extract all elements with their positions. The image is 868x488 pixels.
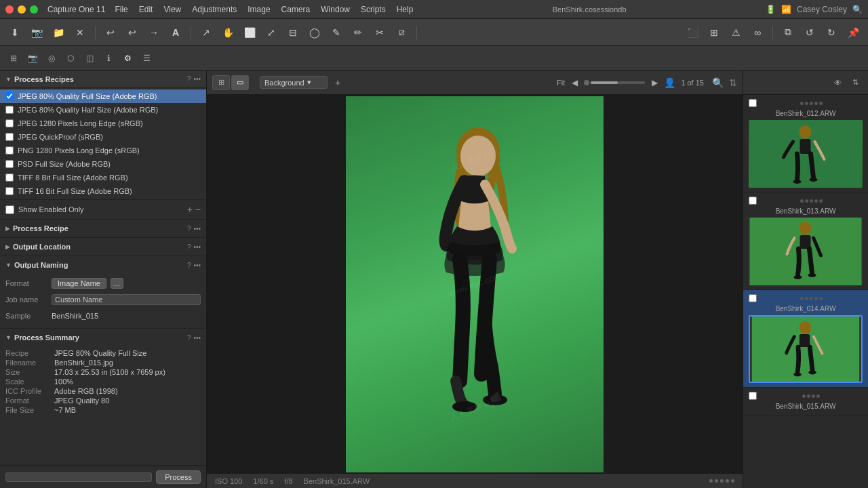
ps-menu-icon[interactable]: •••	[193, 334, 201, 342]
menu-camera[interactable]: Camera	[281, 5, 311, 14]
forward-button[interactable]: →	[144, 23, 163, 42]
recipe-checkbox-5[interactable]	[5, 160, 14, 168]
film-checkbox-3[interactable]	[749, 392, 757, 400]
cursor-tool[interactable]: ↗	[197, 23, 216, 42]
film-item-3[interactable]: BenShirk_015.ARW	[743, 388, 868, 416]
format-pill[interactable]: Image Name	[52, 278, 106, 289]
single-view-btn[interactable]: ▭	[231, 75, 249, 90]
recipe-checkbox-2[interactable]	[5, 119, 14, 127]
recipes-help-icon[interactable]: ?	[187, 75, 191, 83]
grid-btn[interactable]: ⊞	[705, 23, 724, 42]
histogram-icon[interactable]: ◫	[81, 50, 98, 66]
layers-icon[interactable]: ⬡	[62, 50, 79, 66]
fullscreen-button[interactable]	[30, 5, 38, 14]
output-location-header[interactable]: ▶ Output Location ? •••	[0, 238, 206, 256]
recipe-item-5[interactable]: PSD Full Size (Adobe RGB)	[0, 157, 206, 171]
meta-icon[interactable]: ☰	[138, 50, 155, 66]
pin-btn[interactable]: 📌	[844, 23, 863, 42]
recipe-checkbox-4[interactable]	[5, 146, 14, 155]
remove-recipe-icon[interactable]: −	[195, 204, 201, 215]
zoom-track[interactable]	[591, 81, 645, 84]
menu-help[interactable]: Help	[397, 5, 414, 14]
ps-help-icon[interactable]: ?	[187, 334, 191, 342]
info-icon[interactable]: ℹ	[100, 50, 117, 66]
open-button[interactable]: 📁	[49, 23, 68, 42]
menu-edit[interactable]: Edit	[139, 5, 153, 14]
film-item-0[interactable]: BenShirk_012.ARW	[743, 95, 868, 192]
adjustments-btn[interactable]: ⬛	[683, 23, 702, 42]
process-summary-header[interactable]: ▼ Process Summary ? •••	[0, 329, 206, 346]
close-button[interactable]	[5, 5, 14, 14]
minimize-button[interactable]	[18, 5, 26, 14]
recipe-item-6[interactable]: TIFF 8 Bit Full Size (Adobe RGB)	[0, 171, 206, 184]
brush-tool[interactable]: ✏	[349, 23, 368, 42]
pan-tool[interactable]: ✋	[218, 23, 237, 42]
mask-icon[interactable]: ◎	[43, 50, 60, 66]
film-item-2[interactable]: BenShirk_014.ARW	[743, 290, 868, 388]
text-tool[interactable]: A	[166, 23, 185, 42]
undo-button[interactable]: ↩	[101, 23, 120, 42]
menu-window[interactable]: Window	[321, 5, 350, 14]
camera-icon2[interactable]: 📷	[24, 50, 41, 66]
pr-menu-icon[interactable]: •••	[193, 225, 201, 232]
rotate-right-btn[interactable]: ↻	[822, 23, 841, 42]
import-button[interactable]: ⬇	[5, 23, 24, 42]
process-recipe-header[interactable]: ▶ Process Recipe ? •••	[0, 220, 206, 237]
recipe-checkbox-1[interactable]	[5, 106, 14, 114]
nav-left-icon[interactable]: ◀	[568, 76, 581, 89]
sort-icon[interactable]: ⇅	[729, 77, 737, 88]
recipe-item-0[interactable]: JPEG 80% Quality Full Size (Adobe RGB)	[0, 89, 206, 103]
recipe-item-4[interactable]: PNG 1280 Pixels Long Edge (sRGB)	[0, 144, 206, 157]
on-menu-icon[interactable]: •••	[193, 262, 201, 269]
transform-tool[interactable]: ⤢	[262, 23, 281, 42]
search-icon-img[interactable]: 🔍	[712, 77, 724, 88]
recipe-checkbox-0[interactable]	[5, 92, 14, 100]
menu-adjustments[interactable]: Adjustments	[192, 5, 237, 14]
recipes-menu-icon[interactable]: •••	[193, 75, 201, 83]
background-dropdown[interactable]: Background ▾	[260, 76, 328, 89]
on-help-icon[interactable]: ?	[187, 262, 191, 269]
redo-button[interactable]: ↩	[123, 23, 142, 42]
erase-tool[interactable]: ✂	[370, 23, 389, 42]
jobname-value[interactable]: Custom Name	[52, 294, 201, 305]
output-naming-header[interactable]: ▼ Output Naming ? •••	[0, 256, 206, 274]
camera-button[interactable]: 📷	[27, 23, 46, 42]
lasso-tool[interactable]: ◯	[305, 23, 324, 42]
menu-scripts[interactable]: Scripts	[361, 5, 386, 14]
film-checkbox-1[interactable]	[749, 197, 757, 205]
menu-image[interactable]: Image	[248, 5, 270, 14]
format-dots-btn[interactable]: ...	[111, 278, 123, 289]
recipe-item-3[interactable]: JPEG QuickProof (sRGB)	[0, 130, 206, 144]
show-enabled-checkbox[interactable]	[5, 205, 14, 214]
alert-btn[interactable]: ⚠	[726, 23, 745, 42]
crop-tool[interactable]: ⬜	[240, 23, 259, 42]
process-recipes-header[interactable]: ▼ Process Recipes ? •••	[0, 70, 206, 88]
recipe-item-2[interactable]: JPEG 1280 Pixels Long Edge (sRGB)	[0, 117, 206, 130]
copy-btn[interactable]: ⧉	[778, 23, 797, 42]
library-icon[interactable]: ⊞	[5, 50, 22, 66]
process-button[interactable]: Process	[156, 470, 201, 484]
filmstrip-sort-btn[interactable]: ⇅	[848, 75, 863, 90]
add-view-btn[interactable]: +	[330, 75, 345, 90]
recipe-checkbox-6[interactable]	[5, 174, 14, 182]
film-item-1[interactable]: BenShirk_013.ARW	[743, 192, 868, 290]
film-checkbox-2[interactable]	[749, 294, 757, 302]
straighten-tool[interactable]: ⊟	[283, 23, 302, 42]
nav-right-icon[interactable]: ▶	[648, 76, 661, 89]
add-recipe-icon[interactable]: +	[187, 204, 193, 215]
grid-view-btn[interactable]: ⊞	[212, 75, 230, 90]
stamp-tool[interactable]: ✎	[327, 23, 346, 42]
ol-menu-icon[interactable]: •••	[193, 243, 201, 251]
recipe-checkbox-3[interactable]	[5, 133, 14, 141]
search-icon[interactable]: 🔍	[852, 5, 863, 14]
recipe-item-7[interactable]: TIFF 16 Bit Full Size (Adobe RGB)	[0, 184, 206, 198]
close-doc-button[interactable]: ✕	[71, 23, 90, 42]
infinity-btn[interactable]: ∞	[748, 23, 767, 42]
recipe-item-1[interactable]: JPEG 80% Quality Half Size (Adobe RGB)	[0, 103, 206, 117]
menu-file[interactable]: File	[115, 5, 127, 14]
rotate-left-btn[interactable]: ↺	[800, 23, 819, 42]
menu-view[interactable]: View	[163, 5, 181, 14]
ol-help-icon[interactable]: ?	[187, 243, 191, 251]
pr-help-icon[interactable]: ?	[187, 225, 191, 232]
filmstrip-eye-btn[interactable]: 👁	[830, 75, 845, 90]
